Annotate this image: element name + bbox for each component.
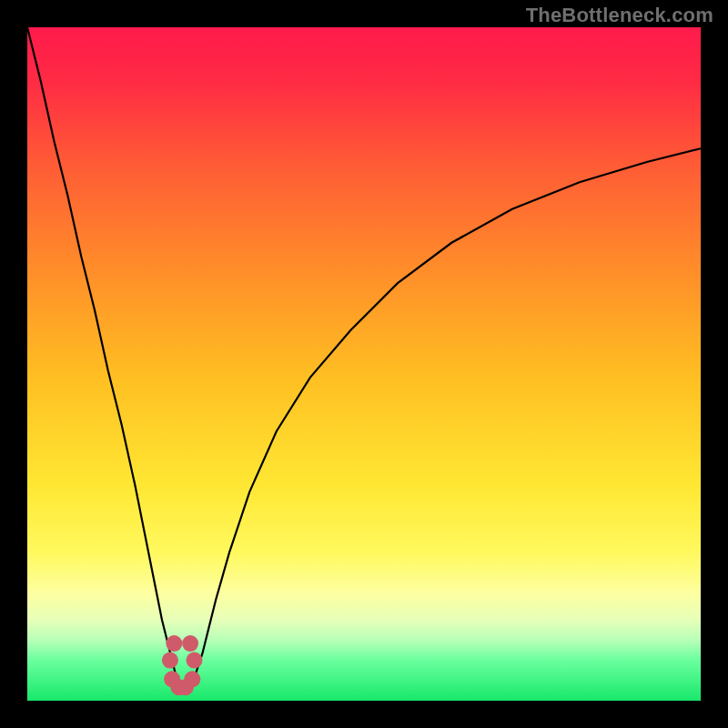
minimum-marker-dot [184,671,200,687]
plot-area [27,27,701,701]
minimum-marker-dot [162,652,178,669]
minimum-marker-dot [187,652,203,669]
gradient-background [27,27,701,701]
minimum-marker-dot [182,635,198,652]
minimum-marker-dot [166,635,182,652]
watermark-text: TheBottleneck.com [526,4,713,27]
chart-svg [27,27,701,701]
outer-frame: TheBottleneck.com [0,0,728,728]
